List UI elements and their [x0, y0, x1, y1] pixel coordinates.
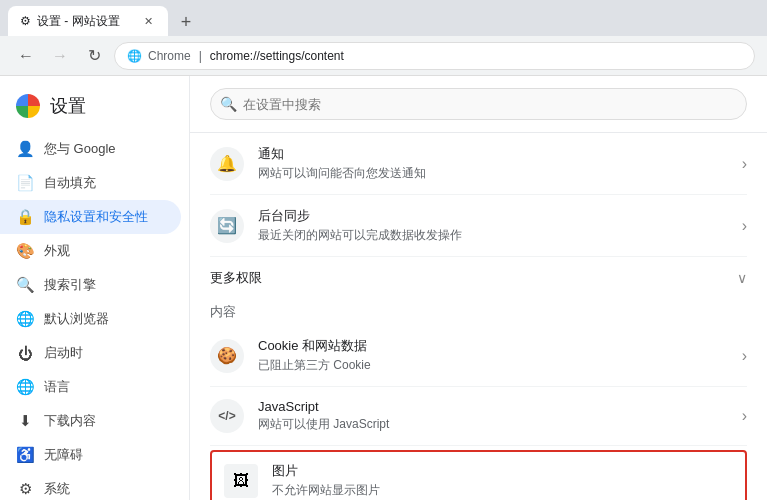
- item-desc: 已阻止第三方 Cookie: [258, 357, 742, 374]
- main-content: 🔍 🔔 通知 网站可以询问能否向您发送通知 › 🔄 后台同步 最近关闭的网: [190, 76, 767, 500]
- tab-bar: ⚙ 设置 - 网站设置 ✕ +: [0, 0, 767, 36]
- sidebar-item-label: 隐私设置和安全性: [44, 208, 148, 226]
- sidebar-item-startup[interactable]: ⏻ 启动时: [0, 336, 181, 370]
- search-wrapper: 🔍: [210, 88, 747, 120]
- chrome-logo: [16, 94, 40, 118]
- sidebar-item-label: 自动填充: [44, 174, 96, 192]
- sidebar-item-language[interactable]: 🌐 语言: [0, 370, 181, 404]
- url-path: chrome://settings/content: [210, 49, 344, 63]
- sidebar-item-label: 外观: [44, 242, 70, 260]
- arrow-icon: ›: [742, 217, 747, 235]
- default-browser-icon: 🌐: [16, 310, 34, 328]
- system-icon: ⚙: [16, 480, 34, 498]
- sidebar-item-appearance[interactable]: 🎨 外观: [0, 234, 181, 268]
- more-permissions-section-label: 更多权限 ∨: [210, 257, 747, 291]
- item-title: JavaScript: [258, 399, 742, 414]
- accessibility-icon: ♿: [16, 446, 34, 464]
- url-input-container[interactable]: 🌐 Chrome | chrome://settings/content: [114, 42, 755, 70]
- sidebar-item-label: 语言: [44, 378, 70, 396]
- arrow-icon: ›: [742, 347, 747, 365]
- item-desc: 网站可以询问能否向您发送通知: [258, 165, 742, 182]
- tab-favicon: ⚙: [20, 14, 31, 28]
- item-desc: 不允许网站显示图片: [272, 482, 733, 499]
- section-item-background-sync[interactable]: 🔄 后台同步 最近关闭的网站可以完成数据收发操作 ›: [210, 195, 747, 257]
- item-title: 图片: [272, 462, 733, 480]
- sidebar-item-label: 无障碍: [44, 446, 83, 464]
- section-item-cookies[interactable]: 🍪 Cookie 和网站数据 已阻止第三方 Cookie ›: [210, 325, 747, 387]
- search-engine-icon: 🔍: [16, 276, 34, 294]
- item-desc: 最近关闭的网站可以完成数据收发操作: [258, 227, 742, 244]
- section-item-notifications[interactable]: 🔔 通知 网站可以询问能否向您发送通知 ›: [210, 133, 747, 195]
- content-section-label: 内容: [210, 291, 747, 325]
- url-separator: |: [199, 49, 202, 63]
- browser-chrome: ⚙ 设置 - 网站设置 ✕ + ← → ↻ 🌐 Chrome | chrome:…: [0, 0, 767, 76]
- sidebar: 设置 👤 您与 Google 📄 自动填充 🔒 隐私设置和安全性 🎨 外观 🔍 …: [0, 76, 190, 500]
- url-site-icon: 🌐: [127, 49, 142, 63]
- sidebar-item-label: 默认浏览器: [44, 310, 109, 328]
- appearance-icon: 🎨: [16, 242, 34, 260]
- sidebar-item-label: 启动时: [44, 344, 83, 362]
- back-button[interactable]: ←: [12, 42, 40, 70]
- sidebar-item-label: 您与 Google: [44, 140, 116, 158]
- item-desc: 网站可以使用 JavaScript: [258, 416, 742, 433]
- sidebar-item-privacy-security[interactable]: 🔒 隐私设置和安全性: [0, 200, 181, 234]
- refresh-button[interactable]: ↻: [80, 42, 108, 70]
- item-title: Cookie 和网站数据: [258, 337, 742, 355]
- item-text: JavaScript 网站可以使用 JavaScript: [258, 399, 742, 433]
- settings-title: 设置: [50, 94, 86, 118]
- notifications-icon: 🔔: [210, 147, 244, 181]
- sidebar-item-search-engine[interactable]: 🔍 搜索引擎: [0, 268, 181, 302]
- settings-body: 设置 👤 您与 Google 📄 自动填充 🔒 隐私设置和安全性 🎨 外观 🔍 …: [0, 76, 767, 500]
- sidebar-item-downloads[interactable]: ⬇ 下载内容: [0, 404, 181, 438]
- sidebar-item-label: 搜索引擎: [44, 276, 96, 294]
- autofill-icon: 📄: [16, 174, 34, 192]
- new-tab-button[interactable]: +: [172, 8, 200, 36]
- item-text: 后台同步 最近关闭的网站可以完成数据收发操作: [258, 207, 742, 244]
- item-text: 图片 不允许网站显示图片: [272, 462, 733, 499]
- google-account-icon: 👤: [16, 140, 34, 158]
- sidebar-item-google-account[interactable]: 👤 您与 Google: [0, 132, 181, 166]
- sidebar-item-default-browser[interactable]: 🌐 默认浏览器: [0, 302, 181, 336]
- search-icon: 🔍: [220, 96, 237, 112]
- section-item-javascript[interactable]: </> JavaScript 网站可以使用 JavaScript ›: [210, 387, 747, 446]
- startup-icon: ⏻: [16, 345, 34, 362]
- privacy-security-icon: 🔒: [16, 208, 34, 226]
- item-title: 通知: [258, 145, 742, 163]
- active-tab[interactable]: ⚙ 设置 - 网站设置 ✕: [8, 6, 168, 36]
- images-icon: 🖼: [224, 464, 258, 498]
- javascript-icon: </>: [210, 399, 244, 433]
- address-bar: ← → ↻ 🌐 Chrome | chrome://settings/conte…: [0, 36, 767, 76]
- sidebar-header: 设置: [0, 84, 189, 132]
- downloads-icon: ⬇: [16, 412, 34, 430]
- cookies-icon: 🍪: [210, 339, 244, 373]
- item-text: 通知 网站可以询问能否向您发送通知: [258, 145, 742, 182]
- item-text: Cookie 和网站数据 已阻止第三方 Cookie: [258, 337, 742, 374]
- sidebar-item-label: 下载内容: [44, 412, 96, 430]
- background-sync-icon: 🔄: [210, 209, 244, 243]
- content-area: 🔔 通知 网站可以询问能否向您发送通知 › 🔄 后台同步 最近关闭的网站可以完成…: [190, 133, 767, 500]
- section-item-images[interactable]: 🖼 图片 不允许网站显示图片: [210, 450, 747, 500]
- arrow-icon: ›: [742, 407, 747, 425]
- forward-button[interactable]: →: [46, 42, 74, 70]
- search-bar-container: 🔍: [190, 76, 767, 133]
- sidebar-item-autofill[interactable]: 📄 自动填充: [0, 166, 181, 200]
- tab-title: 设置 - 网站设置: [37, 13, 120, 30]
- sidebar-item-accessibility[interactable]: ♿ 无障碍: [0, 438, 181, 472]
- url-brand: Chrome: [148, 49, 191, 63]
- tab-close-button[interactable]: ✕: [140, 13, 156, 29]
- sidebar-item-label: 系统: [44, 480, 70, 498]
- search-input[interactable]: [210, 88, 747, 120]
- arrow-icon: ›: [742, 155, 747, 173]
- collapse-icon[interactable]: ∨: [737, 270, 747, 286]
- item-title: 后台同步: [258, 207, 742, 225]
- language-icon: 🌐: [16, 378, 34, 396]
- sidebar-item-system[interactable]: ⚙ 系统: [0, 472, 181, 500]
